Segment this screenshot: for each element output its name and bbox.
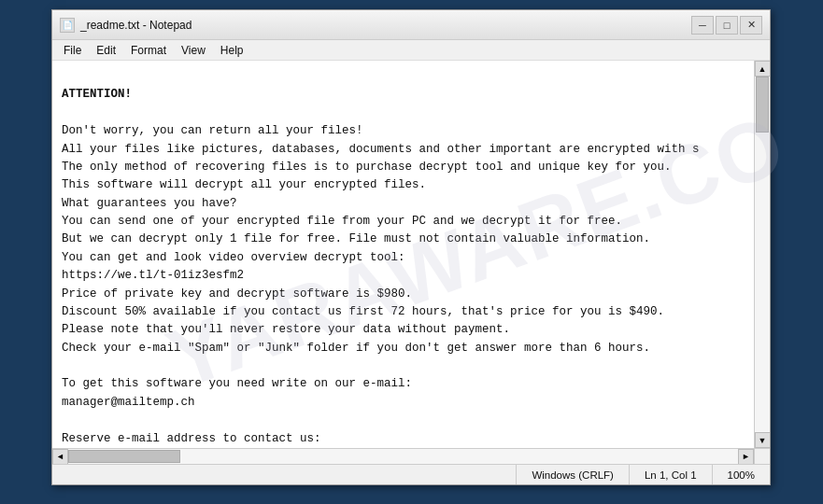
scroll-track-horizontal[interactable] — [68, 449, 738, 464]
scroll-track-vertical[interactable] — [755, 77, 770, 432]
menubar: File Edit Format View Help — [52, 40, 770, 61]
window-title: _readme.txt - Notepad — [80, 19, 691, 32]
statusbar-encoding: Windows (CRLF) — [516, 465, 629, 484]
scroll-right-button[interactable]: ► — [738, 449, 754, 465]
titlebar: 📄 _readme.txt - Notepad ─ □ ✕ — [52, 10, 770, 40]
scroll-thumb-vertical[interactable] — [756, 77, 769, 133]
notepad-window: 📄 _readme.txt - Notepad ─ □ ✕ File Edit … — [51, 9, 771, 485]
menu-format[interactable]: Format — [123, 42, 174, 59]
window-controls: ─ □ ✕ — [691, 16, 762, 35]
close-button[interactable]: ✕ — [740, 16, 762, 35]
text-editor[interactable]: ATTENTION! Don't worry, you can return a… — [52, 61, 754, 448]
menu-edit[interactable]: Edit — [89, 42, 123, 59]
statusbar: Windows (CRLF) Ln 1, Col 1 100% — [52, 464, 770, 484]
scroll-thumb-horizontal[interactable] — [68, 450, 180, 463]
minimize-button[interactable]: ─ — [691, 16, 714, 35]
content-area: ATTENTION! Don't worry, you can return a… — [52, 61, 770, 448]
hscroll-row: ◄ ► — [52, 448, 770, 464]
maximize-button[interactable]: □ — [716, 16, 738, 35]
bottom-area: ◄ ► Windows (CRLF) Ln 1, Col 1 100% — [52, 448, 770, 484]
scroll-down-button[interactable]: ▼ — [755, 432, 771, 448]
menu-help[interactable]: Help — [213, 42, 251, 59]
body-text: Don't worry, you can return all your fil… — [62, 124, 700, 448]
statusbar-zoom: 100% — [712, 465, 770, 484]
app-icon: 📄 — [60, 18, 75, 33]
horizontal-scrollbar[interactable]: ◄ ► — [52, 448, 754, 464]
menu-view[interactable]: View — [174, 42, 213, 59]
scroll-left-button[interactable]: ◄ — [52, 449, 68, 465]
statusbar-position: Ln 1, Col 1 — [629, 465, 712, 484]
menu-file[interactable]: File — [56, 42, 89, 59]
scroll-up-button[interactable]: ▲ — [755, 61, 771, 77]
vertical-scrollbar[interactable]: ▲ ▼ — [754, 61, 770, 448]
scroll-corner — [754, 448, 770, 464]
text-content: ATTENTION! — [62, 88, 132, 101]
